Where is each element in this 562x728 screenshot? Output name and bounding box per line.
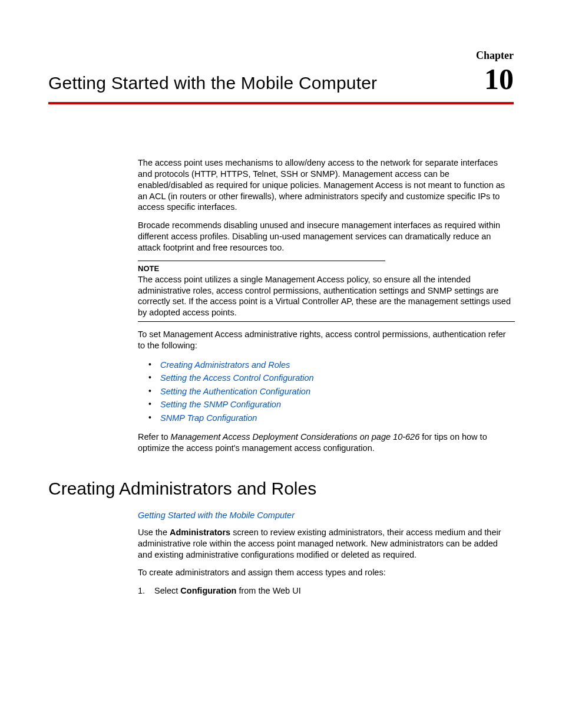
chapter-label: Chapter [48,50,514,62]
paragraph: Use the Administrators screen to review … [138,527,514,561]
text: Use the [138,528,170,537]
link-snmp-config[interactable]: Setting the SNMP Configuration [160,400,281,409]
paragraph: To set Management Access administrative … [138,329,514,351]
text: from the Web UI [236,586,300,595]
note-box: NOTE The access point utilizes a single … [138,261,514,322]
link-access-control[interactable]: Setting the Access Control Configuration [160,373,314,383]
ui-term: Administrators [170,528,230,537]
list-item: Setting the SNMP Configuration [138,398,514,411]
list-item: SNMP Trap Configuration [138,411,514,424]
chapter-header: Getting Started with the Mobile Computer… [48,64,514,104]
chapter-number: 10 [484,64,514,94]
paragraph: To create administrators and assign them… [138,567,514,578]
text: Refer to [138,432,171,442]
chapter-title: Getting Started with the Mobile Computer [48,73,377,93]
parent-link[interactable]: Getting Started with the Mobile Computer [138,510,514,520]
text: Select [154,586,180,595]
note-label: NOTE [138,264,514,273]
list-item: Setting the Authentication Configuration [138,385,514,398]
note-text: The access point utilizes a single Manag… [138,274,514,318]
section-content: Getting Started with the Mobile Computer… [138,510,514,597]
link-authentication[interactable]: Setting the Authentication Configuration [160,387,310,396]
link-snmp-trap[interactable]: SNMP Trap Configuration [160,413,257,423]
body-content: The access point uses mechanisms to allo… [138,157,514,454]
link-creating-admins[interactable]: Creating Administrators and Roles [160,360,290,370]
list-item: Setting the Access Control Configuration [138,371,514,384]
list-item: Creating Administrators and Roles [138,358,514,371]
note-rule-bottom [138,321,515,322]
paragraph: Refer to Management Access Deployment Co… [138,431,514,454]
paragraph: Brocade recommends disabling unused and … [138,220,514,253]
paragraph: The access point uses mechanisms to allo… [138,157,514,213]
section-heading: Creating Administrators and Roles [48,479,514,499]
cross-ref: Management Access Deployment Considerati… [171,432,420,442]
link-list: Creating Administrators and Roles Settin… [138,358,514,424]
ui-term: Configuration [180,586,236,595]
steps-list: Select Configuration from the Web UI [138,585,514,597]
step-item: Select Configuration from the Web UI [138,585,514,597]
